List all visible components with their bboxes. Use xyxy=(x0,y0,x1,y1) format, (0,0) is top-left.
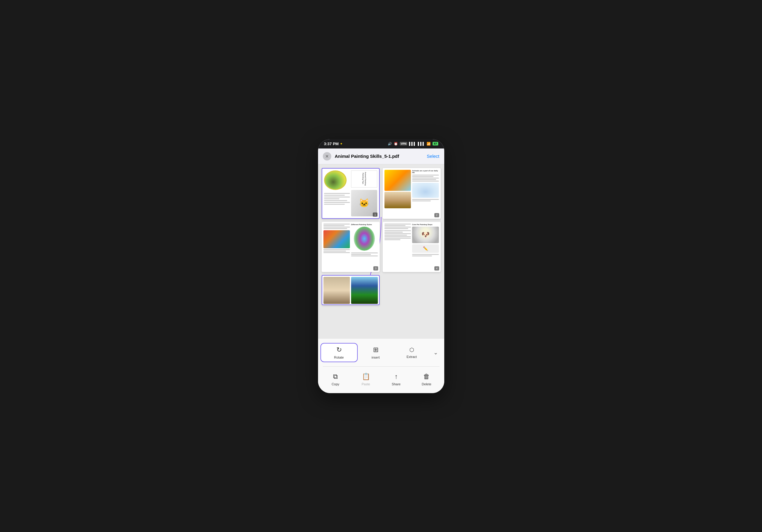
close-button[interactable]: ✕ xyxy=(323,152,331,161)
time-display: 3:37 PM xyxy=(324,142,339,146)
bottom-toolbar: ↻ Rotate ⊞ insert ⬡ Extract ⌄ ⧉ Copy xyxy=(318,339,444,393)
volume-icon: 🔊 xyxy=(388,142,392,146)
header: ✕ Animal Painting Skills_5-1.pdf Select xyxy=(318,148,444,164)
status-icons: 🔊 ⏰ VPN ▌▌▌ ▌▌▌ 📶 57 xyxy=(388,142,438,146)
page4-title: Cute Pet Painting Steps xyxy=(412,224,439,225)
insert-icon: ⊞ xyxy=(373,346,378,354)
close-icon: ✕ xyxy=(325,154,329,159)
chevron-down-icon: ⌄ xyxy=(433,349,438,356)
extract-tool[interactable]: ⬡ Extract xyxy=(394,344,430,361)
page-number-3: 3 xyxy=(373,266,378,270)
status-time: 3:37 PM ✦ xyxy=(324,142,343,146)
page2-label: Animals are a part of our daily life xyxy=(412,170,439,174)
signal2-icon: ▌▌▌ xyxy=(418,142,425,145)
vpn-badge: VPN xyxy=(400,142,407,145)
rotate-label: Rotate xyxy=(334,355,343,359)
page1-title: Animal PaintingPainting Tips xyxy=(351,171,377,188)
page-number-2: 2 xyxy=(434,213,439,217)
pdf-viewer: Animal PaintingPainting Tips 🐱 1 xyxy=(318,164,444,339)
paste-tool[interactable]: 📋 Paste xyxy=(351,370,381,388)
delete-label: Delete xyxy=(422,382,431,386)
copy-icon: ⧉ xyxy=(333,373,338,381)
share-icon: ↑ xyxy=(395,373,398,381)
rotate-tool[interactable]: ↻ Rotate xyxy=(320,343,358,362)
share-label: Share xyxy=(392,382,400,386)
paste-icon: 📋 xyxy=(362,373,370,381)
device-frame: 3:37 PM ✦ 🔊 ⏰ VPN ▌▌▌ ▌▌▌ 📶 57 ✕ Animal … xyxy=(318,139,444,393)
extract-icon: ⬡ xyxy=(410,346,414,353)
paste-label: Paste xyxy=(362,382,370,386)
extract-label: Extract xyxy=(407,355,417,358)
share-tool[interactable]: ↑ Share xyxy=(381,370,412,388)
battery-icon: 57 xyxy=(432,142,438,145)
signal1-icon: ▌▌▌ xyxy=(409,142,416,145)
delete-icon: 🗑 xyxy=(423,373,430,381)
rotate-icon: ↻ xyxy=(337,346,342,354)
page-number-1: 1 xyxy=(373,212,377,217)
delete-tool[interactable]: 🗑 Delete xyxy=(412,370,442,388)
document-title: Animal Painting Skills_5-1.pdf xyxy=(335,154,423,159)
copy-label: Copy xyxy=(332,382,340,386)
select-button[interactable]: Select xyxy=(427,154,439,159)
copy-tool[interactable]: ⧉ Copy xyxy=(320,370,351,388)
page-thumb-4[interactable]: Cute Pet Painting Steps 🐶 ✏️ 4 xyxy=(383,222,441,272)
status-bar: 3:37 PM ✦ 🔊 ⏰ VPN ▌▌▌ ▌▌▌ 📶 57 xyxy=(318,139,444,148)
page-thumb-2[interactable]: Animals are a part of our daily life 2 xyxy=(383,168,441,219)
toolbar-row1: ↻ Rotate ⊞ insert ⬡ Extract ⌄ xyxy=(318,339,444,366)
page-number-4: 4 xyxy=(434,266,439,270)
page-thumb-5[interactable] xyxy=(322,275,380,305)
status-dot: ✦ xyxy=(340,142,343,145)
toolbar-row2: ⧉ Copy 📋 Paste ↑ Share 🗑 Delete xyxy=(318,367,444,393)
alarm-icon: ⏰ xyxy=(394,142,398,146)
page3-title: Different Painting Styles xyxy=(351,224,378,225)
more-button[interactable]: ⌄ xyxy=(430,349,442,356)
page-thumb-1[interactable]: Animal PaintingPainting Tips 🐱 1 xyxy=(322,168,380,219)
page-thumb-3[interactable]: Different Painting Styles 3 xyxy=(322,222,380,272)
wifi-icon: 📶 xyxy=(426,142,431,146)
insert-label: insert xyxy=(371,355,380,359)
insert-tool[interactable]: ⊞ insert xyxy=(358,343,394,361)
